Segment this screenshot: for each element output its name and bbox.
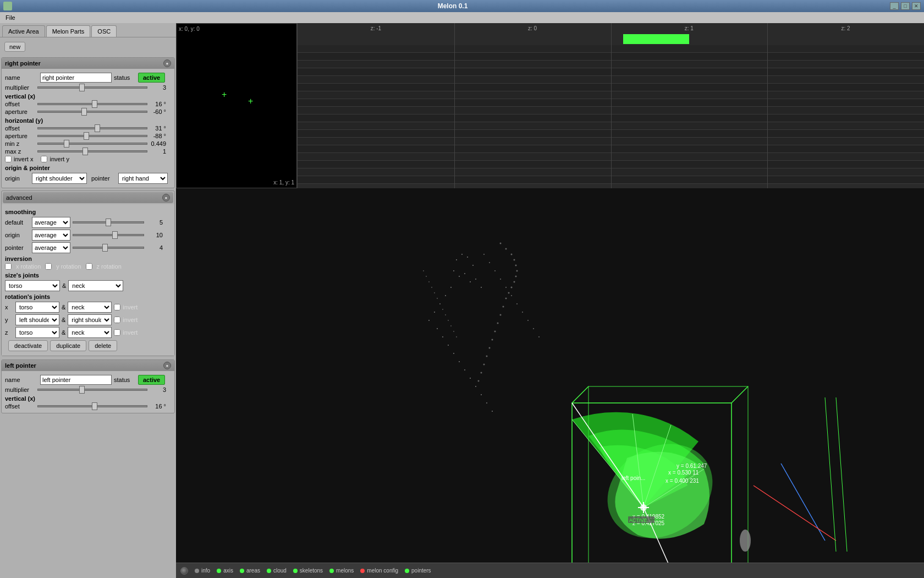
size-joint2-select[interactable]: neck torso [68,280,123,291]
lp-offset-slider[interactable] [37,405,147,407]
melon-config-label: melon config [367,568,398,574]
invert-x-checkbox[interactable] [5,156,12,162]
default-slider[interactable] [73,221,144,223]
origin-select[interactable]: right shoulder left shoulder torso [32,173,87,184]
svg-point-8 [475,279,476,280]
status-label: status [114,74,136,81]
min-z-value: 0.449 [150,140,166,147]
svg-point-52 [492,339,493,341]
lp-multiplier-slider[interactable] [37,389,147,391]
pointer-type-select[interactable]: average none [32,242,70,253]
areas-label: areas [246,568,260,574]
multiplier-slider[interactable] [37,86,147,89]
horizontal-y-label: horizontal (y) [5,117,171,124]
lp-status-badge[interactable]: active [138,375,165,385]
svg-line-99 [836,397,847,552]
z-rotation-checkbox[interactable] [86,263,92,270]
lp-name-input[interactable] [40,375,112,385]
bottom-pointers[interactable]: pointers [405,568,431,574]
advanced-collapse[interactable]: ● [162,194,170,201]
rot-y-invert[interactable] [114,317,120,323]
tab-osc[interactable]: OSC [91,25,117,37]
pointer-slider[interactable] [73,247,144,249]
deactivate-button[interactable]: deactivate [8,340,48,351]
svg-point-68 [450,325,452,326]
vx-offset-slider[interactable] [37,103,147,105]
z-label-1: z: 1 [611,25,768,31]
svg-point-53 [489,347,491,349]
origin-slider[interactable] [73,234,144,236]
maximize-button[interactable]: □ [901,2,910,10]
skeletons-dot [293,569,298,573]
bottom-melons[interactable]: melons [329,568,354,574]
size-and-label: & [62,282,66,289]
svg-point-15 [437,328,438,329]
left-pointer-collapse[interactable]: ● [163,362,171,369]
hy-aperture-label: aperture [5,133,35,139]
info-label: info [201,568,210,574]
rot-x-invert[interactable] [114,304,120,310]
svg-line-98 [825,397,836,552]
lp-multiplier-label: multiplier [5,386,35,393]
top-views: x: 0, y: 0 x: 1, y: 1 + + z: -1 z: 0 z: … [176,23,924,188]
svg-line-88 [754,486,836,541]
svg-point-19 [459,361,460,362]
min-z-slider[interactable] [37,143,147,145]
close-button[interactable]: ✕ [912,2,921,10]
svg-point-42 [516,270,518,272]
rot-z-j1-select[interactable]: torso [15,327,59,338]
name-input[interactable] [40,73,112,83]
bottom-skeletons[interactable]: skeletons [293,568,323,574]
viewport-3d[interactable]: left poin... y = 0.61.247 x = 0.530 11 x… [176,188,924,563]
bottom-info[interactable]: info [195,568,210,574]
rot-y-row: y left shoulder & right shoulder invert [5,314,171,325]
minimize-button[interactable]: _ [890,2,899,10]
vx-aperture-slider[interactable] [37,111,147,113]
pointer-select[interactable]: right hand left hand [118,173,168,184]
svg-point-37 [500,243,502,244]
hy-aperture-slider[interactable] [37,135,147,137]
invert-y-checkbox[interactable] [41,156,47,162]
bottom-melon-config[interactable]: melon config [360,568,398,574]
size-joint1-select[interactable]: torso neck [5,280,60,291]
bottom-areas[interactable]: areas [240,568,260,574]
y-rotation-checkbox[interactable] [45,263,52,270]
delete-button[interactable]: delete [89,340,117,351]
rot-y-j2-select[interactable]: right shoulder [68,314,112,325]
svg-point-30 [505,287,507,288]
file-menu[interactable]: File [2,13,19,22]
bottom-axis[interactable]: axis [217,568,233,574]
bottom-cloud[interactable]: cloud [267,568,287,574]
svg-point-44 [514,281,515,283]
svg-point-46 [508,292,510,294]
pointer-sm-value: 4 [146,244,163,251]
tab-active-area[interactable]: Active Area [2,25,45,37]
svg-point-65 [442,309,443,310]
advanced-label: advanced [6,194,32,201]
left-pointer-header: left pointer ● [2,360,174,371]
duplicate-button[interactable]: duplicate [50,340,86,351]
origin-type-select[interactable]: average none [32,230,70,241]
joint-cross-1: + [222,90,227,100]
status-badge[interactable]: active [138,73,165,83]
rot-x-j2-select[interactable]: neck [68,302,112,313]
svg-point-7 [470,281,471,282]
window-controls[interactable]: _ □ ✕ [890,2,921,10]
hy-offset-slider[interactable] [37,127,147,129]
right-pointer-collapse[interactable]: ● [163,59,171,67]
rot-z-invert[interactable] [114,329,120,336]
default-type-select[interactable]: average none [32,217,70,228]
right-pointer-section: right pointer ● name status active multi… [1,57,175,188]
svg-point-54 [486,356,488,357]
new-button[interactable]: new [4,42,25,52]
z-level-view: z: -1 z: 0 z: 1 z: 2 [297,23,924,188]
max-z-slider[interactable] [37,150,147,152]
left-pointer-body: name status active multiplier 3 vertical… [2,371,174,413]
orb-icon [180,567,188,575]
tab-melon-parts[interactable]: Melon Parts [46,25,91,37]
rot-x-j1-select[interactable]: torso [15,302,59,313]
rot-z-j2-select[interactable]: neck [68,327,112,338]
rot-y-j1-select[interactable]: left shoulder [15,314,59,325]
view-2d-topleft-label: x: 0, y: 0 [179,26,200,32]
x-rotation-checkbox[interactable] [5,263,12,270]
